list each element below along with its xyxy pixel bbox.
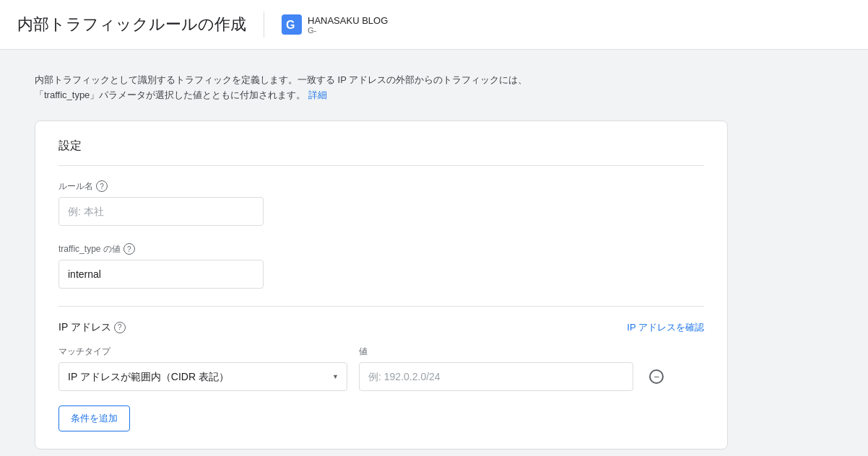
- main-content: 内部トラフィックとして識別するトラフィックを定義します。一致する IP アドレス…: [0, 50, 867, 456]
- value-col: 値: [359, 346, 633, 391]
- description-text: 内部トラフィックとして識別するトラフィックを定義します。一致する IP アドレス…: [35, 73, 583, 103]
- rule-name-group: ルール名 ?: [58, 180, 704, 226]
- ip-condition-row: マッチタイプ IP アドレスが次と等しい IP アドレスが次で始まる IP アド…: [58, 346, 704, 391]
- svg-text:G: G: [286, 19, 295, 31]
- rule-name-help-icon[interactable]: ?: [96, 180, 108, 192]
- remove-icon: [649, 369, 664, 384]
- traffic-type-group: traffic_type の値 ?: [58, 243, 704, 289]
- section-separator: [58, 306, 704, 307]
- detail-link[interactable]: 詳細: [308, 89, 327, 100]
- brand-info: HANASAKU BLOG G-: [308, 15, 388, 35]
- match-type-col: マッチタイプ IP アドレスが次と等しい IP アドレスが次で始まる IP アド…: [58, 346, 347, 391]
- add-condition-button[interactable]: 条件を追加: [58, 405, 130, 431]
- page-header: 内部トラフィックルールの作成 G HANASAKU BLOG G-: [0, 0, 868, 50]
- brand-area: G HANASAKU BLOG G-: [282, 14, 388, 35]
- ip-section: IP アドレス ? IP アドレスを確認 マッチタイプ IP アドレスが次と等し…: [58, 321, 704, 431]
- traffic-type-input[interactable]: [58, 260, 264, 289]
- header-divider: [264, 12, 264, 38]
- match-type-label: マッチタイプ: [58, 346, 347, 358]
- brand-name: HANASAKU BLOG: [308, 15, 388, 26]
- ip-title: IP アドレス ?: [58, 321, 126, 334]
- traffic-type-label: traffic_type の値 ?: [58, 243, 704, 255]
- brand-icon: G: [282, 14, 302, 35]
- ip-check-link[interactable]: IP アドレスを確認: [627, 321, 704, 334]
- match-type-select[interactable]: IP アドレスが次と等しい IP アドレスが次で始まる IP アドレスが次で終わ…: [58, 362, 347, 391]
- brand-id: G-: [308, 26, 388, 35]
- rule-name-input[interactable]: [58, 197, 264, 226]
- match-type-select-wrapper: IP アドレスが次と等しい IP アドレスが次で始まる IP アドレスが次で終わ…: [58, 362, 347, 391]
- value-input[interactable]: [359, 362, 633, 391]
- value-label: 値: [359, 346, 633, 358]
- settings-card: 設定 ルール名 ? traffic_type の値 ? IP アドレス ?: [35, 120, 728, 450]
- page-title: 内部トラフィックルールの作成: [17, 14, 246, 35]
- traffic-type-help-icon[interactable]: ?: [123, 243, 135, 255]
- rule-name-label: ルール名 ?: [58, 180, 704, 193]
- remove-condition-button[interactable]: [645, 365, 668, 388]
- section-title: 設定: [58, 139, 704, 166]
- ip-help-icon[interactable]: ?: [114, 322, 126, 333]
- ip-header: IP アドレス ? IP アドレスを確認: [58, 321, 704, 334]
